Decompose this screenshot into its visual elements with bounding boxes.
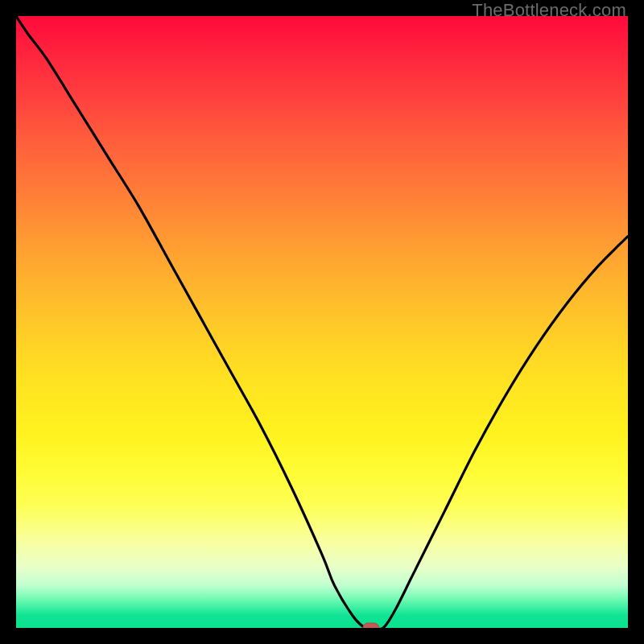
bottleneck-curve xyxy=(16,16,628,628)
curve-svg xyxy=(16,16,628,628)
minimum-marker xyxy=(363,623,379,628)
plot-area xyxy=(16,16,628,628)
chart-frame: TheBottleneck.com xyxy=(0,0,644,644)
